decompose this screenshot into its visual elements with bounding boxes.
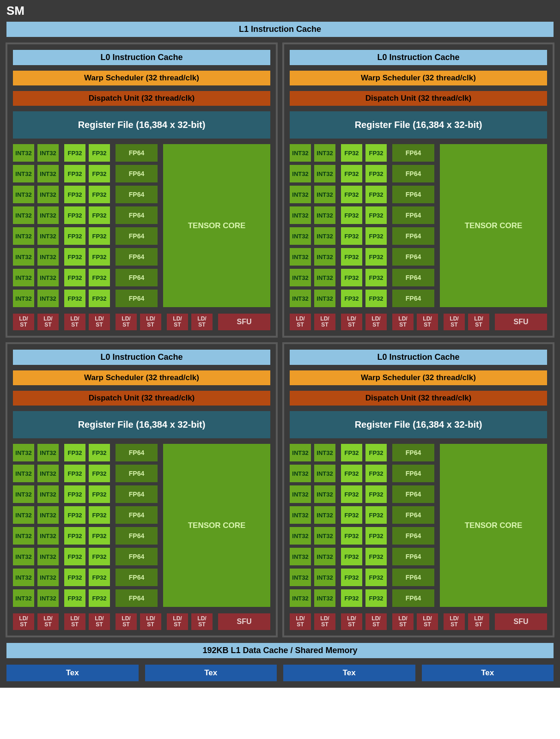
fp32-core: FP32 xyxy=(340,547,363,566)
fp32-core: FP32 xyxy=(88,588,111,608)
ldst-unit: LD/ST xyxy=(139,612,162,631)
fp64-core: FP64 xyxy=(391,568,435,587)
fp32-core: FP32 xyxy=(365,247,388,267)
int32-core: INT32 xyxy=(289,568,312,587)
dispatch-unit: Dispatch Unit (32 thread/clk) xyxy=(289,90,548,107)
int32-core: INT32 xyxy=(313,164,336,183)
int32-core: INT32 xyxy=(12,485,35,504)
ldst-unit: LD/ST xyxy=(391,313,414,331)
fp32-core: FP32 xyxy=(63,268,86,287)
fp32-core: FP32 xyxy=(63,226,86,246)
l0-instruction-cache: L0 Instruction Cache xyxy=(12,49,271,66)
int32-core: INT32 xyxy=(289,526,312,545)
int32-core: INT32 xyxy=(37,143,60,163)
l0-instruction-cache: L0 Instruction Cache xyxy=(289,349,548,366)
fp32-core: FP32 xyxy=(340,185,363,204)
int32-core: INT32 xyxy=(313,505,336,525)
int32-core: INT32 xyxy=(12,526,35,545)
fp64-core: FP64 xyxy=(115,206,158,225)
ldst-unit: LD/ST xyxy=(115,612,138,631)
ldst-unit: LD/ST xyxy=(416,612,439,631)
int32-core: INT32 xyxy=(313,289,336,308)
int32-core: INT32 xyxy=(37,268,60,287)
fp32-core: FP32 xyxy=(365,185,388,204)
fp32-core: FP32 xyxy=(63,485,86,504)
ldst-unit: LD/ST xyxy=(313,313,336,331)
ldst-unit: LD/ST xyxy=(190,313,213,331)
fp32-core: FP32 xyxy=(340,226,363,246)
int32-columns: INT32INT32INT32INT32INT32INT32INT32INT32… xyxy=(289,143,336,308)
ldst-unit: LD/ST xyxy=(12,612,35,631)
fp32-core: FP32 xyxy=(340,164,363,183)
sm-partition: L0 Instruction CacheWarp Scheduler (32 t… xyxy=(282,342,554,637)
int32-core: INT32 xyxy=(313,464,336,483)
int32-core: INT32 xyxy=(37,505,60,525)
fp64-core: FP64 xyxy=(391,143,435,163)
fp32-core: FP32 xyxy=(88,547,111,566)
int32-core: INT32 xyxy=(289,164,312,183)
fp32-core: FP32 xyxy=(340,588,363,608)
int32-core: INT32 xyxy=(313,268,336,287)
int32-core: INT32 xyxy=(289,588,312,608)
int32-core: INT32 xyxy=(289,247,312,267)
int32-core: INT32 xyxy=(289,547,312,566)
fp64-column: FP64FP64FP64FP64FP64FP64FP64FP64 xyxy=(391,143,435,308)
ldst-unit: LD/ST xyxy=(190,612,213,631)
fp32-core: FP32 xyxy=(88,505,111,525)
tex-unit: Tex xyxy=(282,664,416,682)
int32-core: INT32 xyxy=(12,164,35,183)
warp-scheduler: Warp Scheduler (32 thread/clk) xyxy=(289,370,548,386)
fp64-column: FP64FP64FP64FP64FP64FP64FP64FP64 xyxy=(115,443,158,608)
tex-unit: Tex xyxy=(6,664,140,682)
fp32-core: FP32 xyxy=(63,185,86,204)
register-file: Register File (16,384 x 32-bit) xyxy=(12,110,271,139)
int32-core: INT32 xyxy=(313,443,336,462)
int32-core: INT32 xyxy=(313,226,336,246)
fp32-core: FP32 xyxy=(63,247,86,267)
sm-partition: L0 Instruction CacheWarp Scheduler (32 t… xyxy=(6,342,278,637)
fp64-column: FP64FP64FP64FP64FP64FP64FP64FP64 xyxy=(115,143,158,308)
int32-core: INT32 xyxy=(313,526,336,545)
ldst-unit: LD/ST xyxy=(115,313,138,331)
int32-core: INT32 xyxy=(289,505,312,525)
int32-core: INT32 xyxy=(37,164,60,183)
fp32-core: FP32 xyxy=(63,568,86,587)
ldst-unit: LD/ST xyxy=(289,313,312,331)
int32-core: INT32 xyxy=(289,485,312,504)
int32-core: INT32 xyxy=(12,268,35,287)
fp32-columns: FP32FP32FP32FP32FP32FP32FP32FP32FP32FP32… xyxy=(340,443,388,608)
l1-instruction-cache: L1 Instruction Cache xyxy=(6,21,554,38)
warp-scheduler: Warp Scheduler (32 thread/clk) xyxy=(12,70,271,86)
tex-unit: Tex xyxy=(144,664,278,682)
fp64-core: FP64 xyxy=(115,164,158,183)
fp64-core: FP64 xyxy=(115,268,158,287)
int32-core: INT32 xyxy=(289,185,312,204)
int32-core: INT32 xyxy=(289,464,312,483)
ldst-unit: LD/ST xyxy=(139,313,162,331)
fp32-core: FP32 xyxy=(365,164,388,183)
int32-core: INT32 xyxy=(313,568,336,587)
cores-row: INT32INT32INT32INT32INT32INT32INT32INT32… xyxy=(289,443,548,608)
fp64-core: FP64 xyxy=(115,568,158,587)
fp32-columns: FP32FP32FP32FP32FP32FP32FP32FP32FP32FP32… xyxy=(63,143,111,308)
int32-columns: INT32INT32INT32INT32INT32INT32INT32INT32… xyxy=(12,443,60,608)
ldst-unit: LD/ST xyxy=(166,612,189,631)
int32-core: INT32 xyxy=(37,289,60,308)
int32-core: INT32 xyxy=(289,143,312,163)
int32-core: INT32 xyxy=(12,206,35,225)
fp32-columns: FP32FP32FP32FP32FP32FP32FP32FP32FP32FP32… xyxy=(63,443,111,608)
ldst-row: LD/STLD/STLD/STLD/STLD/STLD/STLD/STLD/ST… xyxy=(12,612,271,631)
cores-row: INT32INT32INT32INT32INT32INT32INT32INT32… xyxy=(12,143,271,308)
fp64-core: FP64 xyxy=(115,443,158,462)
fp32-core: FP32 xyxy=(365,568,388,587)
ldst-unit: LD/ST xyxy=(63,612,86,631)
fp32-core: FP32 xyxy=(365,268,388,287)
fp32-core: FP32 xyxy=(88,143,111,163)
tex-unit: Tex xyxy=(421,664,555,682)
int32-core: INT32 xyxy=(12,289,35,308)
fp32-core: FP32 xyxy=(63,547,86,566)
int32-core: INT32 xyxy=(37,485,60,504)
fp64-core: FP64 xyxy=(115,588,158,608)
int32-core: INT32 xyxy=(313,143,336,163)
int32-core: INT32 xyxy=(37,206,60,225)
